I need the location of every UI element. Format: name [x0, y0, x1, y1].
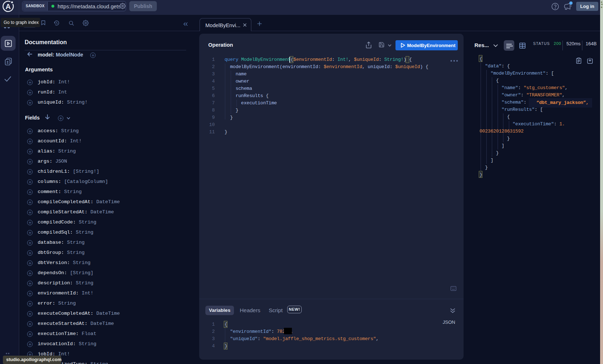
svg-text:A: A — [5, 3, 11, 11]
